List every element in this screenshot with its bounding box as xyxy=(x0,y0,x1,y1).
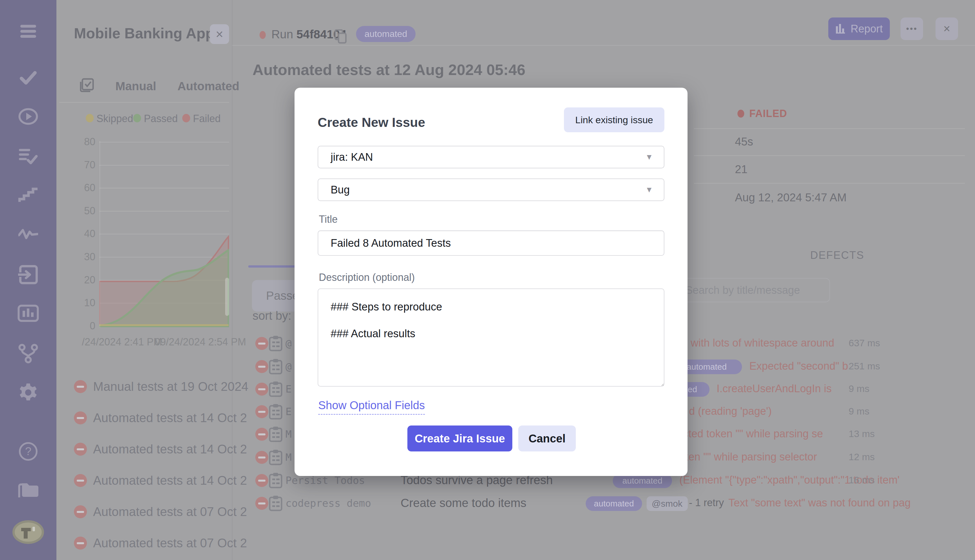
defects-title: DEFECTS xyxy=(810,249,864,262)
test-duration: 9 ms xyxy=(849,383,870,394)
help-icon[interactable]: ? xyxy=(0,442,57,461)
copy-icon[interactable] xyxy=(335,29,347,45)
header-divider xyxy=(232,45,975,46)
clipboard-icon xyxy=(269,358,283,376)
error-message: Text "some text" was not found on pag xyxy=(728,497,911,509)
legend-label-failed: Failed xyxy=(193,113,220,125)
run-label: Run xyxy=(271,28,293,41)
run-list-item[interactable]: Automated tests at 07 Oct 2 xyxy=(74,533,232,553)
analytics-icon[interactable] xyxy=(0,305,57,322)
failed-test-icon xyxy=(255,405,268,418)
description-label: Description (optional) xyxy=(319,272,415,283)
suite-name: @ xyxy=(285,361,292,372)
cancel-button[interactable]: Cancel xyxy=(518,425,576,452)
project-select-value: jira: KAN xyxy=(331,151,373,163)
run-status: FAILED xyxy=(738,108,787,120)
logo-icon[interactable] xyxy=(0,519,57,545)
run-list-item[interactable]: Automated tests at 07 Oct 2 xyxy=(74,502,232,522)
y-tick: 30 xyxy=(70,251,95,263)
run-list-item[interactable]: Manual tests at 19 Oct 2024 xyxy=(74,377,232,397)
menu-icon[interactable] xyxy=(0,24,57,39)
smoke-tag: @smok xyxy=(647,496,688,511)
create-jira-issue-button[interactable]: Create Jira Issue xyxy=(407,425,513,452)
run-list-item[interactable]: Automated tests at 14 Oct 2 xyxy=(74,471,232,490)
failed-test-icon xyxy=(255,383,268,396)
row-divider xyxy=(694,183,965,183)
x-tick-start: /24/2024 2:41 PM xyxy=(82,336,162,348)
y-tick: 60 xyxy=(70,182,95,194)
task-list-icon[interactable] xyxy=(0,147,57,165)
sign-in-icon[interactable] xyxy=(0,265,57,285)
projects-icon[interactable] xyxy=(0,481,57,500)
close-run-button[interactable]: × xyxy=(935,17,958,40)
y-tick: 10 xyxy=(70,297,95,309)
test-duration: 16 ms xyxy=(849,475,875,485)
failed-run-icon xyxy=(74,412,87,424)
settings-icon[interactable] xyxy=(0,382,57,403)
link-existing-issue-button[interactable]: Link existing issue xyxy=(564,107,664,132)
play-icon[interactable] xyxy=(0,107,57,126)
issue-description-textarea[interactable]: ### Steps to reproduce ### Actual result… xyxy=(318,288,664,387)
panel-scrollbar[interactable] xyxy=(225,278,229,316)
chevron-down-icon: ▼ xyxy=(645,185,653,194)
checklist-icon[interactable] xyxy=(80,78,94,93)
issue-title-input[interactable] xyxy=(318,230,664,256)
failed-test-icon xyxy=(255,497,268,510)
failed-test-icon xyxy=(255,360,268,373)
run-duration: 45s xyxy=(735,135,753,148)
show-optional-fields-link[interactable]: Show Optional Fields xyxy=(318,399,425,415)
clipboard-icon xyxy=(269,426,283,443)
run-automated-badge: automated xyxy=(356,26,416,42)
suite-name: @ xyxy=(285,338,292,349)
defects-search-input[interactable] xyxy=(669,278,830,302)
y-tick: 80 xyxy=(70,136,95,148)
sort-by-label: sort by: xyxy=(252,309,291,323)
y-tick: 50 xyxy=(70,205,95,217)
failed-run-icon xyxy=(74,537,87,550)
error-message: d (reading 'page') xyxy=(689,405,771,417)
more-button[interactable]: ••• xyxy=(900,17,923,40)
run-heading: Automated tests at 12 Aug 2024 05:46 xyxy=(252,61,525,78)
project-close-button[interactable]: × xyxy=(210,24,229,44)
y-tick: 40 xyxy=(70,228,95,240)
tab-automated[interactable]: Automated xyxy=(177,80,239,93)
clipboard-icon xyxy=(269,381,283,398)
suite-name: M xyxy=(285,452,292,463)
chevron-down-icon: ▼ xyxy=(645,153,653,162)
suite-name: E xyxy=(285,406,292,417)
steps-icon[interactable] xyxy=(0,186,57,203)
y-tick: 0 xyxy=(70,320,95,332)
suite-name: E xyxy=(285,383,292,395)
failed-run-icon xyxy=(74,380,87,393)
failed-test-icon xyxy=(255,428,268,441)
failed-test-icon xyxy=(255,474,268,487)
test-duration: 637 ms xyxy=(849,338,880,348)
suite-name: Persist Todos xyxy=(285,475,365,486)
clipboard-icon xyxy=(269,472,283,490)
issue-type-select[interactable]: Bug ▼ xyxy=(318,178,664,201)
row-divider xyxy=(694,155,965,156)
report-button[interactable]: Report xyxy=(828,17,890,40)
error-message: Expected "second" b xyxy=(749,360,848,372)
test-row[interactable]: codepress demo Create some todo items au… xyxy=(248,492,970,515)
suite-name: codepress demo xyxy=(285,497,371,509)
run-status-dot xyxy=(260,31,266,39)
run-tests-count: 21 xyxy=(735,163,748,176)
run-started-date: Aug 12, 2024 5:47 AM xyxy=(735,191,846,204)
failed-run-icon xyxy=(74,474,87,487)
legend-label-passed: Passed xyxy=(144,113,178,125)
tab-manual[interactable]: Manual xyxy=(115,80,156,93)
project-select[interactable]: jira: KAN ▼ xyxy=(318,146,664,168)
modal-title: Create New Issue xyxy=(318,115,425,130)
run-list-item[interactable]: Automated tests at 14 Oct 2 xyxy=(74,439,232,459)
branch-icon[interactable] xyxy=(0,343,57,364)
clipboard-icon xyxy=(269,449,283,467)
check-icon[interactable] xyxy=(0,69,57,86)
error-message: with lots of whitespace around xyxy=(691,337,834,349)
title-label: Title xyxy=(319,213,338,225)
activity-icon[interactable] xyxy=(0,226,57,242)
failed-test-icon xyxy=(255,337,268,350)
run-list-item[interactable]: Automated tests at 14 Oct 2 xyxy=(74,408,232,428)
test-duration: 12 ms xyxy=(849,452,875,462)
bar-chart-icon xyxy=(835,23,846,34)
